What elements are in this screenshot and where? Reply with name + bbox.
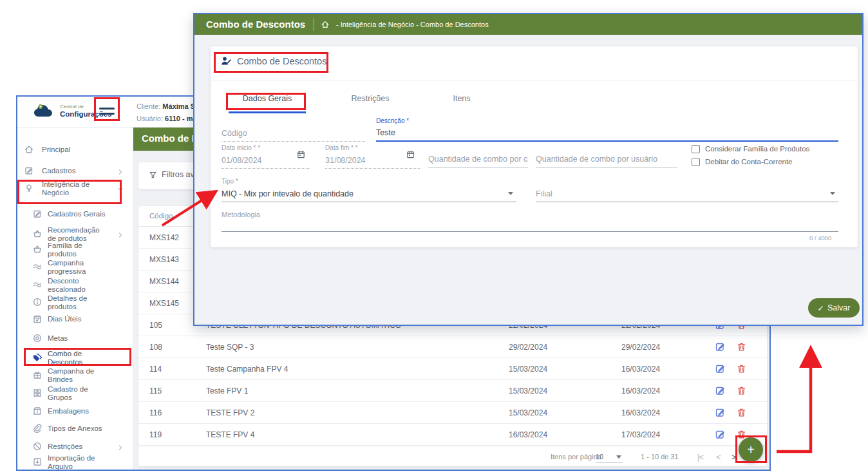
sidebar-item-label: Restrições — [48, 443, 109, 451]
sidebar-item-label: Metas — [48, 334, 109, 343]
add-combo-button[interactable]: + — [739, 437, 763, 462]
divider — [314, 18, 314, 31]
next-page-icon[interactable]: > — [731, 452, 736, 462]
sidebar-item-label: Campanha de Brindes — [48, 367, 109, 383]
chevron-right-icon — [117, 443, 124, 450]
cell-descricao: Teste SQP - 3 — [206, 343, 502, 352]
sidebar-item-campanha-progressiva[interactable]: Campanha progressiva — [17, 258, 133, 276]
section-header: Combo de Descontos — [220, 55, 326, 67]
tab-itens[interactable]: Itens — [423, 94, 500, 113]
user-edit-icon — [220, 55, 232, 67]
chevron-right-icon — [117, 167, 124, 175]
cell-data-fim: 16/03/2024 — [621, 365, 660, 374]
prev-page-icon[interactable]: < — [716, 452, 721, 462]
form-card: Combo de Descontos Dados GeraisRestriçõe… — [211, 46, 858, 247]
qtd-combo-usuario-input[interactable] — [536, 151, 677, 167]
menu-toggle-icon[interactable] — [99, 106, 116, 117]
descricao-input[interactable] — [376, 125, 838, 142]
table-row[interactable]: 115Teste FPV 115/03/202416/03/2024 — [138, 380, 767, 402]
gift-icon — [32, 370, 42, 380]
basket-icon — [32, 229, 42, 239]
sidebar-item-tipos-de-anexos[interactable]: Tipos de Anexos — [17, 419, 133, 437]
checkbox-icon[interactable] — [692, 158, 700, 166]
cell-descricao: TESTE FPV 2 — [206, 408, 502, 417]
sidebar-item-cadastros-gerais[interactable]: Cadastros Gerais — [17, 205, 133, 223]
checkbox-icon[interactable] — [692, 145, 700, 153]
sidebar-item-cadastro-de-grupos[interactable]: Cadastro de Grupos — [17, 384, 133, 402]
check-icon: ✓ — [818, 303, 824, 313]
delete-icon[interactable] — [736, 363, 747, 374]
calendar-icon[interactable] — [406, 149, 415, 159]
edit-icon[interactable] — [715, 363, 726, 374]
qtd-combo-cliente-input[interactable] — [428, 151, 528, 167]
sidebar-item-label: Combo de Descontos — [48, 350, 109, 366]
sidebar-item-inteligencia-de-negocio[interactable]: Inteligência de Negócio — [17, 176, 133, 200]
sidebar-item-label: Detalhes de produtos — [48, 294, 109, 310]
items-per-page-label: Itens por página — [551, 453, 601, 461]
sidebar-item-detalhes-de-produtos[interactable]: Detalhes de produtos — [17, 293, 133, 311]
first-page-icon[interactable]: |< — [697, 452, 703, 462]
delete-icon[interactable] — [736, 341, 747, 352]
edit-icon — [24, 166, 34, 176]
sidebar-item-combo-de-descontos[interactable]: Combo de Descontos — [17, 348, 133, 367]
edit-icon[interactable] — [715, 341, 726, 352]
home-icon[interactable] — [321, 20, 330, 29]
cell-codigo: 115 — [149, 386, 204, 395]
cell-descricao: Teste Campanha FPV 4 — [206, 365, 502, 374]
chevron-down-icon[interactable] — [830, 192, 835, 195]
sidebar-item-familia-de-produtos[interactable]: Família de produtos — [17, 240, 133, 258]
cell-codigo: 108 — [149, 343, 204, 352]
active-tab-indicator — [229, 111, 306, 113]
tab-dados-gerais[interactable]: Dados Gerais — [229, 94, 306, 113]
table-row[interactable]: 114Teste Campanha FPV 415/03/202416/03/2… — [138, 358, 767, 380]
tipo-select[interactable] — [222, 186, 516, 202]
delete-icon[interactable] — [736, 385, 747, 396]
table-row[interactable]: 119TESTE FPV 416/03/202417/03/2024 — [138, 424, 767, 446]
edit-icon[interactable] — [715, 385, 726, 396]
package-icon — [32, 406, 42, 416]
edit-icon[interactable] — [715, 407, 726, 418]
checkbox-considerar-familia[interactable]: Considerar Família de Produtos — [692, 143, 807, 155]
checkbox-debitar-conta[interactable]: Debitar do Conta-Corrente — [692, 156, 807, 167]
chevron-down-icon — [616, 455, 621, 459]
sidebar-item-principal[interactable]: Principal — [17, 140, 133, 158]
sidebar-item-dias-uteis[interactable]: Dias Úteis — [17, 310, 133, 328]
chevron-down-icon[interactable] — [508, 192, 513, 195]
section-title: Combo de Descontos — [237, 56, 326, 66]
basket-icon — [32, 244, 42, 254]
cell-codigo: 116 — [149, 408, 204, 417]
pagination-bar: Itens por página 10 1 - 10 de 31 |< < > … — [138, 446, 767, 466]
table-row[interactable]: 116TESTE FPV 215/03/202416/03/2024 — [138, 402, 767, 424]
metodologia-textarea[interactable] — [222, 219, 838, 232]
waves-icon — [32, 280, 42, 290]
cell-descricao: TESTE FPV 4 — [206, 430, 502, 439]
modal-title-bar: Combo de Descontos - Inteligência de Neg… — [194, 14, 862, 35]
cell-data-inicio: 15/03/2024 — [509, 386, 547, 395]
sidebar-item-importacao-de-arquivo[interactable]: Importação de Arquivo — [17, 453, 133, 470]
sidebar-item-label: Importação de Arquivo — [48, 454, 109, 470]
edit-icon[interactable] — [715, 429, 726, 440]
slash-icon — [32, 441, 42, 452]
sidebar-item-embalagens[interactable]: Embalagens — [17, 402, 133, 420]
cell-data-fim: 16/03/2024 — [621, 386, 660, 395]
calendar-icon[interactable] — [296, 149, 306, 159]
codigo-input[interactable] — [222, 125, 365, 142]
save-button[interactable]: ✓ Salvar — [808, 298, 860, 318]
cell-data-inicio: 15/03/2024 — [509, 365, 547, 374]
sidebar-item-campanha-de-brindes[interactable]: Campanha de Brindes — [17, 366, 133, 384]
delete-icon[interactable] — [736, 407, 747, 418]
items-per-page-select[interactable]: 10 — [596, 453, 623, 462]
sidebar-item-label: Desconto escalonado — [48, 277, 109, 293]
table-row[interactable]: 108Teste SQP - 329/02/202429/02/2024 — [138, 336, 767, 358]
cell-codigo: 119 — [149, 430, 204, 439]
annotation-arrow-fab — [777, 349, 811, 452]
filter-funnel-icon — [149, 171, 157, 179]
sidebar-item-desconto-escalonado[interactable]: Desconto escalonado — [17, 276, 133, 294]
tab-restricoes[interactable]: Restrições — [332, 94, 409, 113]
filial-select[interactable] — [536, 186, 838, 202]
descricao-label: Descrição * — [376, 117, 409, 124]
cell-data-fim: 17/03/2024 — [621, 430, 660, 439]
sidebar-item-metas[interactable]: Metas — [17, 329, 133, 347]
chevron-right-icon — [117, 230, 124, 238]
sidebar-item-label: Principal — [42, 146, 104, 154]
